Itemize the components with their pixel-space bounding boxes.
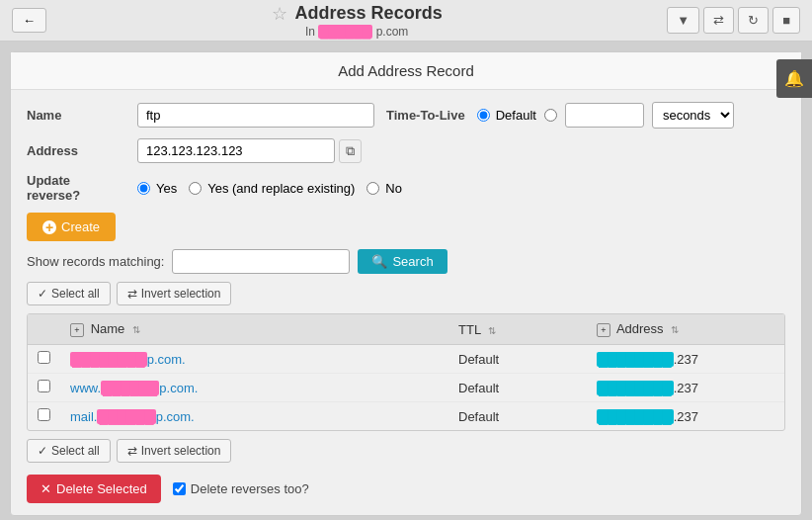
record-name-1: www.██████p.com. (70, 381, 198, 395)
stop-button[interactable]: ■ (772, 7, 800, 34)
name-sort-icon[interactable]: ⇅ (132, 324, 140, 335)
subtitle-prefix: In (305, 25, 315, 39)
bottom-actions: ✕ Delete Selected Delete reverses too? (27, 471, 785, 503)
select-all-bottom-label: Select all (51, 444, 100, 458)
ttl-default-radio[interactable]: Default (477, 108, 536, 123)
search-button[interactable]: 🔍 Search (358, 249, 447, 274)
address-input-wrapper: ⧉ (137, 138, 362, 163)
name-ttl-row: Name Time-To-Live Default seconds (27, 102, 785, 129)
addr-sort-icon[interactable]: ⇅ (671, 324, 679, 335)
notification-button[interactable]: 🔔 (776, 59, 812, 98)
ttl-label: Time-To-Live (386, 108, 465, 123)
record-addr-1: ████████.237 (587, 374, 784, 402)
col-name-icon: + (70, 323, 84, 337)
record-name-2: mail.██████p.com. (70, 409, 195, 424)
update-yes-replace-radio[interactable]: Yes (and replace existing) (189, 181, 355, 196)
filter-button[interactable]: ▼ (667, 7, 699, 34)
record-ttl-1: Default (448, 374, 587, 402)
col-ttl-header: TTL ⇅ (448, 314, 587, 345)
delete-reverses-wrapper: Delete reverses too? (173, 481, 309, 496)
create-button[interactable]: + Create (27, 213, 116, 241)
delete-reverses-checkbox[interactable] (173, 482, 186, 495)
invert-top-icon: ⇄ (127, 287, 137, 301)
ttl-sort-icon[interactable]: ⇅ (488, 325, 496, 336)
select-all-top-check: ✓ (38, 287, 47, 301)
ttl-custom-radio[interactable] (544, 109, 557, 122)
search-row: Show records matching: 🔍 Search (27, 249, 785, 274)
update-reverse-row: Update reverse? Yes Yes (and replace exi… (27, 173, 785, 203)
main-container: Add Address Record Name Time-To-Live Def… (10, 51, 802, 516)
delete-icon: ✕ (41, 481, 51, 496)
form-body: Name Time-To-Live Default seconds Addres… (11, 90, 801, 515)
select-all-bottom-button[interactable]: ✓ Select all (27, 439, 111, 463)
address-row: Address ⧉ (27, 138, 785, 163)
record-ttl-0: Default (448, 345, 587, 374)
col-check (28, 314, 60, 345)
invert-selection-top-button[interactable]: ⇄ Invert selection (117, 282, 232, 305)
top-bar-center: ☆ Address Records In ██████ p.com (272, 3, 443, 39)
row-checkbox-0[interactable] (38, 351, 50, 364)
delete-label: Delete Selected (56, 481, 147, 496)
top-bar: ← ☆ Address Records In ██████ p.com ▼ ⇄ … (0, 0, 812, 42)
update-no-label: No (385, 181, 402, 196)
table-row: mail.██████p.com. Default ████████.237 (28, 402, 784, 431)
search-icon: 🔍 (371, 254, 387, 269)
record-addr-0: ████████.237 (587, 345, 784, 374)
subtitle-redacted: ██████ (318, 25, 372, 39)
row-checkbox-1[interactable] (38, 380, 50, 392)
ttl-default-label: Default (496, 108, 536, 123)
col-ttl-label: TTL (458, 322, 481, 337)
invert-selection-bottom-button[interactable]: ⇄ Invert selection (117, 439, 232, 463)
search-button-label: Search (392, 254, 433, 269)
records-table: + Name ⇅ TTL ⇅ + Address ⇅ (28, 314, 784, 430)
transfer-button[interactable]: ⇄ (703, 7, 734, 34)
ttl-unit-select[interactable]: seconds (652, 102, 734, 129)
row-checkbox-2[interactable] (38, 408, 50, 421)
update-yes-label: Yes (156, 181, 177, 196)
address-label: Address (27, 143, 125, 158)
records-table-wrapper: + Name ⇅ TTL ⇅ + Address ⇅ (27, 313, 785, 431)
name-label: Name (27, 108, 125, 123)
page-title: Address Records (295, 3, 443, 24)
col-address-header: + Address ⇅ (587, 314, 784, 345)
selection-top: ✓ Select all ⇄ Invert selection (27, 282, 785, 305)
address-input[interactable] (137, 138, 335, 163)
select-all-top-label: Select all (51, 287, 100, 301)
invert-bottom-label: Invert selection (141, 444, 221, 458)
create-plus-icon: + (42, 220, 56, 234)
name-input[interactable] (137, 103, 374, 128)
search-label: Show records matching: (27, 254, 164, 269)
col-addr-icon: + (597, 323, 610, 337)
table-row: ████████p.com. Default ████████.237 (28, 345, 784, 374)
update-yes-replace-label: Yes (and replace existing) (207, 181, 355, 196)
page-subtitle: In ██████ p.com (305, 25, 408, 39)
invert-bottom-icon: ⇄ (127, 444, 137, 458)
col-name-header: + Name ⇅ (60, 314, 448, 345)
selection-bottom: ✓ Select all ⇄ Invert selection (27, 439, 785, 463)
ttl-value-input[interactable] (565, 103, 644, 128)
select-all-bottom-check: ✓ (38, 444, 47, 458)
top-bar-left: ← (12, 8, 46, 33)
delete-reverses-label: Delete reverses too? (191, 481, 309, 496)
update-yes-radio[interactable]: Yes (137, 181, 177, 196)
star-icon[interactable]: ☆ (272, 3, 287, 25)
copy-button[interactable]: ⧉ (339, 139, 362, 163)
record-ttl-2: Default (448, 402, 587, 431)
record-addr-2: ████████.237 (587, 402, 784, 431)
refresh-button[interactable]: ↻ (738, 7, 769, 34)
col-name-label: Name (91, 321, 125, 336)
create-label: Create (61, 219, 100, 234)
top-bar-right: ▼ ⇄ ↻ ■ (667, 7, 800, 34)
invert-top-label: Invert selection (141, 287, 221, 301)
table-row: www.██████p.com. Default ████████.237 (28, 374, 784, 402)
back-button[interactable]: ← (12, 8, 46, 33)
delete-button[interactable]: ✕ Delete Selected (27, 475, 161, 503)
search-input[interactable] (172, 249, 350, 274)
section-title: Add Address Record (11, 52, 801, 90)
ttl-row: Time-To-Live Default seconds (386, 102, 785, 129)
update-no-radio[interactable]: No (366, 181, 402, 196)
col-addr-label: Address (616, 321, 664, 336)
subtitle-domain: p.com (376, 25, 409, 39)
select-all-top-button[interactable]: ✓ Select all (27, 282, 111, 305)
record-name-0: ████████p.com. (70, 352, 186, 367)
